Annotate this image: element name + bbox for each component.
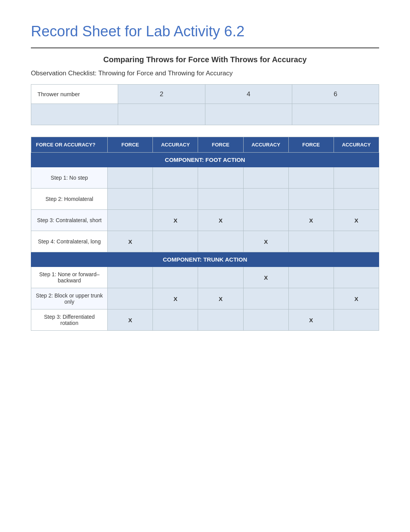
- x-mark: X: [173, 296, 177, 302]
- data-cell: [288, 288, 334, 309]
- data-cell: X: [198, 210, 243, 231]
- table-row: Step 3: Differentiated rotationXX: [31, 309, 379, 331]
- data-cell: [198, 167, 243, 189]
- data-cell: [198, 231, 243, 252]
- page-title: Record Sheet for Lab Activity 6.2: [31, 23, 379, 40]
- data-cell: X: [288, 210, 334, 231]
- thrower-table: Thrower number 2 4 6: [31, 84, 379, 125]
- data-cell: [288, 267, 334, 288]
- row-label: Step 2: Block or upper trunk only: [31, 288, 108, 309]
- component-foot-label: COMPONENT: FOOT ACTION: [31, 153, 379, 167]
- table-row: Step 1: No step: [31, 167, 379, 189]
- row-label: Step 4: Contralateral, long: [31, 231, 108, 252]
- data-cell: X: [243, 231, 288, 252]
- data-cell: [243, 309, 288, 331]
- thrower-num-3: 6: [292, 85, 379, 104]
- data-cell: [334, 167, 379, 189]
- data-cell: [243, 167, 288, 189]
- data-cell: [288, 189, 334, 210]
- row-label: Step 1: No step: [31, 167, 108, 189]
- header-col1: FORCE OR ACCURACY?: [31, 137, 108, 153]
- header-col4: FORCE: [198, 137, 243, 153]
- row-label: Step 3: Differentiated rotation: [31, 309, 108, 331]
- data-cell: [243, 288, 288, 309]
- thrower-num-1: 2: [118, 85, 205, 104]
- data-cell: [108, 267, 153, 288]
- data-cell: [288, 231, 334, 252]
- data-cell: [108, 189, 153, 210]
- data-cell: [153, 267, 198, 288]
- data-cell: X: [153, 288, 198, 309]
- x-mark: X: [264, 238, 268, 245]
- x-mark: X: [309, 317, 313, 323]
- data-cell: X: [108, 309, 153, 331]
- data-cell: X: [243, 267, 288, 288]
- data-cell: [108, 288, 153, 309]
- data-cell: X: [108, 231, 153, 252]
- section-title: Comparing Throws for Force With Throws f…: [31, 55, 379, 64]
- x-mark: X: [219, 296, 223, 302]
- data-cell: [334, 309, 379, 331]
- data-cell: [243, 189, 288, 210]
- data-cell: [198, 189, 243, 210]
- data-cell: [334, 189, 379, 210]
- x-mark: X: [219, 217, 223, 224]
- row-label: Step 2: Homolateral: [31, 189, 108, 210]
- data-cell: X: [153, 210, 198, 231]
- header-col3: ACCURACY: [153, 137, 198, 153]
- table-row: Step 2: Homolateral: [31, 189, 379, 210]
- header-col2: FORCE: [108, 137, 153, 153]
- data-cell: [198, 267, 243, 288]
- data-cell: [153, 309, 198, 331]
- header-col6: FORCE: [288, 137, 334, 153]
- thrower-num-2: 4: [205, 85, 292, 104]
- data-cell: [153, 231, 198, 252]
- row-label: Step 3: Contralateral, short: [31, 210, 108, 231]
- data-cell: X: [334, 210, 379, 231]
- data-cell: X: [288, 309, 334, 331]
- data-cell: [108, 167, 153, 189]
- x-mark: X: [309, 217, 313, 224]
- observation-label: Observation Checklist: Throwing for Forc…: [31, 70, 379, 77]
- row-label: Step 1: None or forward–backward: [31, 267, 108, 288]
- data-cell: [108, 210, 153, 231]
- table-row: Step 4: Contralateral, longXX: [31, 231, 379, 252]
- data-cell: X: [334, 288, 379, 309]
- table-row: Step 1: None or forward–backwardX: [31, 267, 379, 288]
- data-cell: [153, 189, 198, 210]
- data-cell: [153, 167, 198, 189]
- header-col7: ACCURACY: [334, 137, 379, 153]
- data-cell: [334, 231, 379, 252]
- x-mark: X: [128, 317, 132, 323]
- data-cell: X: [198, 288, 243, 309]
- main-table: FORCE OR ACCURACY? FORCE ACCURACY FORCE …: [31, 137, 379, 331]
- component-trunk-label: COMPONENT: TRUNK ACTION: [31, 252, 379, 267]
- data-cell: [243, 210, 288, 231]
- data-cell: [334, 267, 379, 288]
- data-cell: [198, 309, 243, 331]
- table-row: Step 2: Block or upper trunk onlyXXX: [31, 288, 379, 309]
- x-mark: X: [128, 238, 132, 245]
- x-mark: X: [173, 217, 177, 224]
- x-mark: X: [264, 274, 268, 281]
- table-row: Step 3: Contralateral, shortXXXX: [31, 210, 379, 231]
- divider: [31, 48, 379, 48]
- thrower-label: Thrower number: [31, 85, 118, 104]
- x-mark: X: [354, 217, 358, 224]
- x-mark: X: [354, 296, 358, 302]
- data-cell: [288, 167, 334, 189]
- header-col5: ACCURACY: [243, 137, 288, 153]
